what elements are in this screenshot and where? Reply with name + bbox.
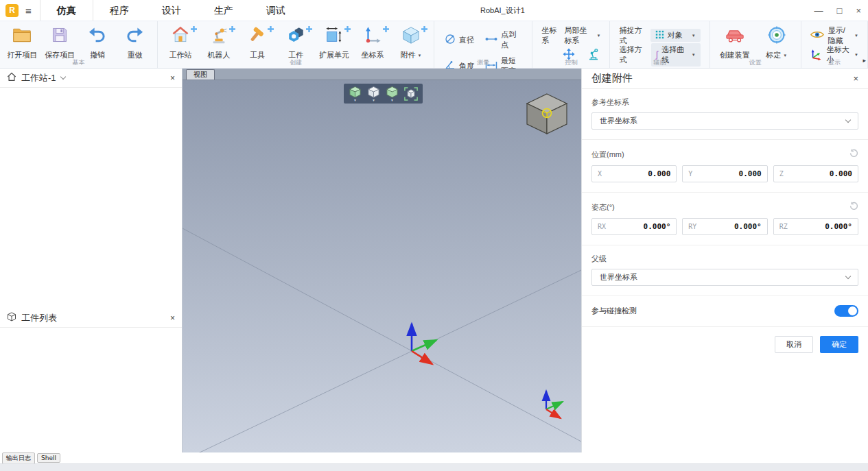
eye-icon	[810, 30, 824, 40]
chevron-down-icon: ▼	[692, 34, 696, 38]
chevron-down-icon: ▼	[418, 53, 422, 58]
close-panel-button[interactable]: ×	[853, 73, 858, 84]
workstation-tree-header: 工作站-1 ×	[0, 69, 182, 88]
save-project-button[interactable]: 保存项目	[41, 25, 79, 60]
cancel-button[interactable]: 取消	[775, 336, 813, 353]
view-cube[interactable]	[524, 93, 570, 138]
chevron-down-icon[interactable]	[60, 74, 65, 80]
group-label-assist: 辅助	[610, 58, 709, 67]
diameter-icon	[445, 34, 456, 46]
extension-unit-icon	[325, 25, 344, 45]
create-device-button[interactable]: 创建装置	[714, 25, 756, 60]
tab-simulation[interactable]: 仿真	[40, 0, 93, 21]
create-extension-unit-button[interactable]: 扩展单元	[315, 25, 353, 60]
viewport-tab-strip: 视图	[183, 69, 581, 80]
grid-snap-icon	[655, 30, 664, 40]
view-tab[interactable]: 视图	[186, 69, 215, 80]
group-label-create: 创建	[158, 58, 434, 67]
undo-button[interactable]: 撤销	[79, 25, 117, 60]
navigation-triad	[546, 391, 563, 418]
minimize-button[interactable]: —	[814, 5, 823, 16]
workpiece-list-header: 工件列表 ×	[0, 309, 182, 328]
calibration-button[interactable]: 标定▼	[756, 25, 797, 60]
pose-rz-input[interactable]: RZ 0.000°	[773, 218, 858, 235]
target-icon	[768, 25, 786, 45]
close-button[interactable]: ×	[856, 5, 861, 16]
house-icon	[171, 25, 190, 45]
create-frame-button[interactable]: 坐标系	[353, 25, 392, 60]
tab-program[interactable]: 程序	[93, 0, 145, 21]
viewport-region: 视图	[183, 69, 581, 452]
reset-pose-icon[interactable]	[849, 201, 858, 213]
snap-mode-dropdown[interactable]: 对象 ▼	[650, 29, 701, 42]
close-workpiece-panel-button[interactable]: ×	[170, 313, 175, 323]
ref-frame-select[interactable]: 世界坐标系	[591, 112, 858, 130]
ribbon-overflow-icon[interactable]: ▸	[863, 57, 866, 64]
undo-icon	[88, 25, 106, 45]
position-x-input[interactable]: X 0.000	[591, 165, 677, 182]
workstation-title: 工作站-1	[21, 72, 56, 84]
group-label-control: 控制	[532, 58, 609, 67]
title-bar: R ≡ 仿真 程序 设计 生产 调试 RobAI_设计1 — □ ×	[0, 0, 868, 21]
chevron-down-icon: ▼	[390, 99, 394, 101]
output-log-tab[interactable]: 输出日志	[2, 452, 35, 464]
point-to-point-icon	[485, 36, 497, 44]
show-hide-button[interactable]: 显示/隐藏 ▼	[810, 28, 858, 43]
tab-production[interactable]: 生产	[198, 0, 250, 21]
solid-view-button[interactable]: ▼	[386, 86, 399, 101]
parent-select[interactable]: 世界坐标系	[591, 269, 858, 286]
hammer-icon	[248, 25, 267, 45]
confirm-button[interactable]: 确定	[820, 336, 858, 353]
position-z-input[interactable]: Z 0.000	[773, 165, 858, 182]
zoom-fit-button[interactable]	[404, 87, 418, 101]
ribbon-group-measure: 直径 点到点 角度 最短距离 测量	[434, 21, 532, 68]
window-controls: — □ ×	[814, 0, 861, 21]
group-label-settings: 设置	[710, 58, 801, 67]
shell-tab[interactable]: Shell	[37, 453, 60, 463]
menu-icon[interactable]: ≡	[25, 5, 32, 16]
chevron-down-icon: ▼	[783, 53, 787, 58]
curve-icon: ∫	[656, 51, 659, 59]
redo-button[interactable]: 重做	[116, 25, 154, 60]
create-tool-button[interactable]: 工具	[238, 25, 277, 60]
create-robot-button[interactable]: 机器人	[200, 25, 238, 60]
chevron-down-icon: ▼	[854, 34, 858, 38]
create-workstation-button[interactable]: 工作站	[161, 25, 200, 60]
home-icon	[7, 72, 16, 84]
create-attachment-panel: 创建附件 × 参考坐标系 世界坐标系 位置(mm) X 0.000 Y 0.00…	[581, 69, 868, 452]
position-y-input[interactable]: Y 0.000	[682, 165, 767, 182]
tab-design[interactable]: 设计	[145, 0, 198, 21]
measure-point-to-point-button[interactable]: 点到点	[485, 29, 521, 50]
coordinate-frame-icon	[363, 25, 382, 45]
ground-grid-lines	[183, 80, 581, 452]
bottom-tab-bar: 输出日志 Shell	[0, 452, 868, 463]
tab-debug[interactable]: 调试	[250, 0, 302, 21]
hex-nut-icon	[286, 25, 305, 45]
pose-ry-input[interactable]: RY 0.000°	[682, 218, 767, 235]
maximize-button[interactable]: □	[837, 5, 843, 16]
measure-diameter-button[interactable]: 直径	[445, 29, 474, 50]
parent-label: 父级	[591, 254, 858, 264]
workpiece-list-title: 工件列表	[21, 312, 57, 324]
plus-badge-icon	[191, 23, 197, 35]
folder-icon	[12, 25, 32, 45]
open-project-button[interactable]: 打开项目	[3, 25, 41, 60]
wireframe-view-button[interactable]: ▼	[367, 86, 380, 101]
create-workpiece-button[interactable]: 工件	[277, 25, 315, 60]
shaded-view-button[interactable]: ▼	[349, 86, 362, 101]
world-origin-triad	[412, 324, 436, 364]
panel-title: 创建附件	[591, 72, 633, 85]
collision-toggle[interactable]	[834, 305, 858, 317]
reset-position-icon[interactable]	[849, 148, 858, 160]
position-label: 位置(mm)	[591, 149, 624, 160]
pose-rx-input[interactable]: RX 0.000°	[591, 218, 677, 235]
status-strip	[0, 463, 868, 471]
frame-mode-dropdown[interactable]: 局部坐标系 ▼	[564, 25, 600, 46]
box-icon	[7, 312, 16, 324]
plus-badge-icon	[383, 23, 389, 35]
create-attachment-button[interactable]: 附件▼	[392, 25, 430, 60]
close-workstation-panel-button[interactable]: ×	[170, 73, 175, 83]
group-label-basic: 基本	[0, 58, 157, 67]
window-title: RobAI_设计1	[480, 0, 525, 21]
3d-viewport[interactable]: ▼ ▼ ▼	[183, 80, 581, 452]
